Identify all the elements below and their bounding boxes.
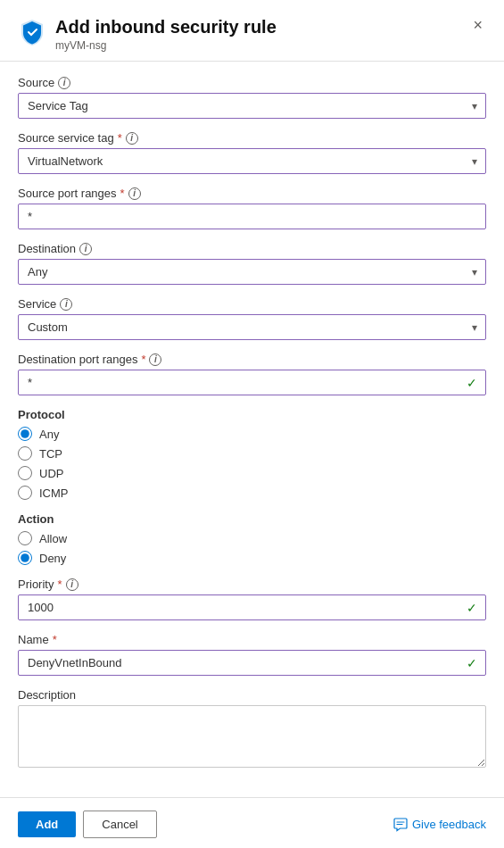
- source-port-ranges-input[interactable]: [18, 204, 486, 229]
- close-button[interactable]: ×: [469, 12, 486, 38]
- action-allow-radio[interactable]: [18, 531, 32, 545]
- protocol-field-group: Protocol Any TCP UDP ICMP: [18, 408, 486, 500]
- service-info-icon[interactable]: i: [60, 298, 72, 311]
- name-field-group: Name * ✓: [18, 633, 486, 676]
- protocol-any-option[interactable]: Any: [18, 427, 486, 441]
- priority-info-icon[interactable]: i: [66, 578, 78, 591]
- panel-header: Add inbound security rule myVM-nsg ×: [0, 0, 504, 62]
- source-service-tag-required: *: [118, 131, 122, 145]
- feedback-icon: [393, 818, 408, 832]
- protocol-any-radio[interactable]: [18, 427, 32, 441]
- protocol-icmp-radio[interactable]: [18, 486, 32, 500]
- priority-field-group: Priority * i ✓: [18, 578, 486, 620]
- source-port-info-icon[interactable]: i: [128, 187, 141, 200]
- action-allow-option[interactable]: Allow: [18, 531, 486, 545]
- action-radio-group: Allow Deny: [18, 531, 486, 565]
- source-port-required: *: [120, 187, 125, 200]
- name-label: Name *: [18, 633, 486, 646]
- protocol-udp-option[interactable]: UDP: [18, 466, 486, 480]
- dest-port-info-icon[interactable]: i: [149, 353, 161, 366]
- name-input-wrapper: ✓: [18, 650, 486, 676]
- service-select[interactable]: Custom HTTP HTTPS SSH RDP: [18, 314, 486, 340]
- priority-label: Priority * i: [18, 578, 486, 591]
- priority-input-wrapper: ✓: [18, 594, 486, 620]
- service-field-group: Service i Custom HTTP HTTPS SSH RDP ▾: [18, 297, 486, 340]
- panel-title: Add inbound security rule: [55, 16, 469, 37]
- name-input[interactable]: [18, 650, 486, 676]
- priority-required: *: [57, 578, 62, 591]
- protocol-tcp-option[interactable]: TCP: [18, 446, 486, 461]
- destination-port-ranges-field-group: Destination port ranges * i ✓: [18, 353, 486, 395]
- source-port-ranges-label: Source port ranges * i: [18, 187, 486, 200]
- source-select-wrapper: Service Tag Any IP Addresses Application…: [18, 93, 486, 119]
- source-select[interactable]: Service Tag Any IP Addresses Application…: [18, 93, 486, 119]
- description-field-group: Description: [18, 688, 486, 770]
- source-label: Source i: [18, 76, 486, 89]
- name-check-icon: ✓: [467, 656, 477, 670]
- form-content: Source i Service Tag Any IP Addresses Ap…: [0, 62, 504, 797]
- description-textarea[interactable]: [18, 705, 486, 768]
- protocol-tcp-label: TCP: [39, 447, 62, 461]
- action-field-group: Action Allow Deny: [18, 512, 486, 565]
- cancel-button[interactable]: Cancel: [83, 811, 156, 838]
- protocol-tcp-radio[interactable]: [18, 446, 32, 461]
- action-deny-radio[interactable]: [18, 551, 32, 565]
- priority-input[interactable]: [18, 594, 486, 620]
- protocol-udp-radio[interactable]: [18, 466, 32, 480]
- feedback-link[interactable]: Give feedback: [393, 818, 486, 832]
- source-service-tag-label: Source service tag * i: [18, 131, 486, 145]
- action-deny-label: Deny: [39, 552, 66, 565]
- protocol-icmp-option[interactable]: ICMP: [18, 486, 486, 500]
- source-service-tag-field-group: Source service tag * i VirtualNetwork An…: [18, 131, 486, 174]
- protocol-udp-label: UDP: [39, 467, 63, 480]
- destination-label: Destination i: [18, 242, 486, 255]
- protocol-radio-group: Any TCP UDP ICMP: [18, 427, 486, 500]
- action-deny-option[interactable]: Deny: [18, 551, 486, 565]
- destination-field-group: Destination i Any IP Addresses Service T…: [18, 242, 486, 285]
- destination-info-icon[interactable]: i: [79, 243, 92, 255]
- description-label: Description: [18, 688, 486, 702]
- header-text: Add inbound security rule myVM-nsg: [55, 16, 469, 52]
- protocol-any-label: Any: [39, 428, 59, 441]
- add-inbound-security-rule-panel: Add inbound security rule myVM-nsg × Sou…: [0, 0, 504, 848]
- destination-port-ranges-label: Destination port ranges * i: [18, 353, 486, 366]
- action-allow-label: Allow: [39, 532, 67, 545]
- source-service-tag-info-icon[interactable]: i: [126, 132, 138, 145]
- source-info-icon[interactable]: i: [58, 77, 70, 89]
- protocol-icmp-label: ICMP: [39, 486, 69, 500]
- dest-port-check-icon: ✓: [467, 376, 477, 390]
- priority-check-icon: ✓: [467, 601, 477, 615]
- panel-subtitle: myVM-nsg: [55, 39, 469, 52]
- source-port-ranges-field-group: Source port ranges * i: [18, 187, 486, 229]
- service-label: Service i: [18, 297, 486, 311]
- destination-select-wrapper: Any IP Addresses Service Tag Application…: [18, 259, 486, 285]
- dest-port-required: *: [141, 353, 145, 366]
- source-service-tag-select[interactable]: VirtualNetwork Any Internet AzureLoadBal…: [18, 148, 486, 174]
- service-select-wrapper: Custom HTTP HTTPS SSH RDP ▾: [18, 314, 486, 340]
- source-service-tag-select-wrapper: VirtualNetwork Any Internet AzureLoadBal…: [18, 148, 486, 174]
- panel-footer: Add Cancel Give feedback: [0, 797, 504, 848]
- shield-icon: [18, 18, 46, 46]
- source-field-group: Source i Service Tag Any IP Addresses Ap…: [18, 76, 486, 119]
- name-required: *: [53, 633, 57, 646]
- add-button[interactable]: Add: [18, 811, 76, 837]
- action-label: Action: [18, 512, 486, 526]
- destination-port-ranges-input[interactable]: [18, 370, 486, 395]
- destination-port-input-wrapper: ✓: [18, 370, 486, 395]
- protocol-label: Protocol: [18, 408, 486, 421]
- destination-select[interactable]: Any IP Addresses Service Tag Application…: [18, 259, 486, 285]
